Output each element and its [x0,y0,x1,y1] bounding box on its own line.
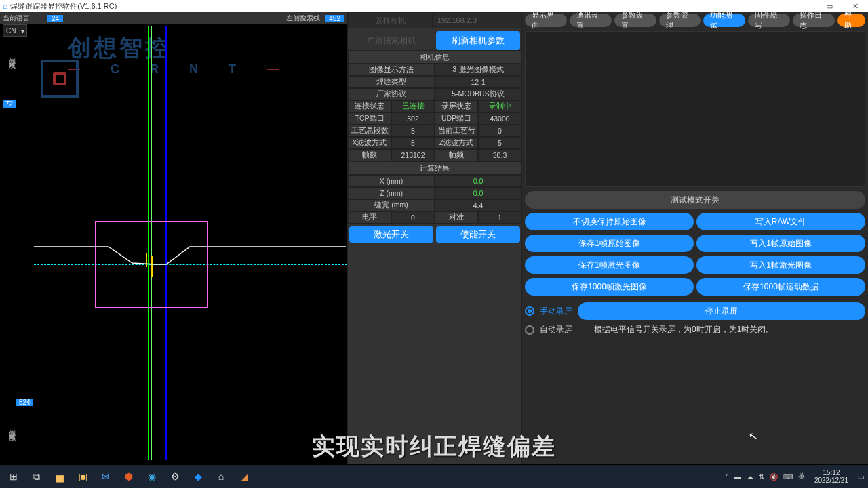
auto-record-note: 根据电平信号开关录屏，为0时开启，为1时关闭。 [594,324,774,336]
profile-curve [34,243,346,270]
info-lbl: 厂家协议 [348,88,435,100]
window-title: 焊缝跟踪器显控软件(V1.6.1 RC) [10,1,117,12]
tab-help[interactable]: 帮助 [837,14,865,27]
tab-bar: 显示界面 通讯设置 参数设置 参数管理 功能测试 固件烧写 操作日志 帮助 [522,12,868,28]
mail-icon[interactable]: ✉ [96,467,115,486]
btn-save1000-motion[interactable]: 保存1000帧运动数据 [696,278,865,296]
tab-log[interactable]: 操作日志 [793,14,835,27]
tray-clock[interactable]: 15:122022/12/21 [814,469,848,484]
tray-keyboard-icon[interactable]: ⌨ [783,473,793,481]
btn-write-raw[interactable]: 写入RAW文件 [696,213,865,230]
edge-icon[interactable]: ◉ [142,467,161,486]
preview-area [525,31,865,187]
app4-icon[interactable]: ◪ [235,467,254,486]
info-lbl: 焊缝类型 [348,76,435,88]
laser-switch-button[interactable]: 激光开关 [349,226,433,243]
tray-chevron-icon[interactable]: ˄ [726,473,729,481]
settings-icon[interactable]: ⚙ [165,467,184,486]
maximize-button[interactable]: ▭ [816,0,842,12]
p-val: 43000 [478,113,521,125]
refresh-params-button[interactable]: 刷新相机参数 [436,31,520,50]
p-val: 0 [478,125,521,137]
p-lbl: 帧数 [348,149,391,161]
p-val: 502 [391,113,435,125]
p-lbl: 工艺总段数 [348,125,391,137]
test-mode-switch-button[interactable]: 测试模式开关 [525,191,865,209]
select-camera-field[interactable]: 选择相机 [348,12,433,28]
btn-save1-raw[interactable]: 保存1帧原始图像 [525,235,694,252]
info-val: 12-1 [435,76,521,88]
info-val: 5-MODBUS协议 [435,88,521,100]
tray-volume-icon[interactable]: 🔇 [770,473,778,481]
p-lbl: 录屏状态 [435,100,478,113]
btn-save1000-laser[interactable]: 保存1000帧激光图像 [525,278,694,296]
tab-comm[interactable]: 通讯设置 [570,14,612,27]
lang-label: 当前语言 [3,14,30,23]
c-lbl: Z (mm) [348,187,435,199]
explorer-icon[interactable]: ▅ [50,467,69,486]
btn-write1-laser[interactable]: 写入1帧激光图像 [696,256,865,274]
auto-record-radio[interactable] [525,325,534,335]
calc-result-header: 计算结果 [348,161,521,175]
stop-record-button[interactable]: 停止录屏 [578,302,865,320]
office-icon[interactable]: ⬢ [119,467,138,486]
auto-record-label: 自动录屏 [540,324,572,336]
p-val: 已连接 [391,100,435,113]
app3-icon[interactable]: ⌂ [212,467,231,486]
c-val: 0.0 [435,175,521,187]
tab-func-test[interactable]: 功能测试 [703,14,745,27]
taskbar: ⊞ ⧉ ▅ ▣ ✉ ⬢ ◉ ⚙ ◆ ⌂ ◪ ˄ ▬ ☁ ⇅ 🔇 ⌨ 英 15:1… [0,465,868,488]
p-val: 5 [391,125,435,137]
task-view-icon[interactable]: ⧉ [27,467,46,486]
info-val: 3-激光图像模式 [435,64,521,76]
p-lbl: 帧频 [435,149,478,161]
btn-save1-laser[interactable]: 保存1帧激光图像 [525,256,694,274]
tag-72: 72 [3,100,16,108]
manual-record-radio[interactable] [525,306,534,316]
left-search-line-label: 左侧搜索线 [286,14,320,23]
manual-record-label: 手动录屏 [540,306,572,317]
badge-24: 24 [47,15,63,22]
tray-wifi-icon[interactable]: ⇅ [759,473,764,481]
tab-display[interactable]: 显示界面 [525,14,567,27]
tray-notifications-icon[interactable]: ▭ [858,473,864,481]
p-val: 5 [478,137,521,149]
p-val: 5 [391,137,435,149]
tray-cloud-icon[interactable]: ☁ [747,473,753,481]
c-val: 4.4 [435,199,521,211]
p-val: 1 [478,211,521,224]
info-lbl: 图像显示方法 [348,64,435,76]
p-val: 录制中 [478,100,521,113]
info-panel: 选择相机 192.168.2.3 广播搜索相机 刷新相机参数 相机信息 图像显示… [347,12,522,464]
btn-write1-raw[interactable]: 写入1帧原始图像 [696,235,865,252]
image-view: 当前语言 24 左侧搜索线 452 CN 侧搜索线 上侧搜索线 72 524 创… [0,12,347,464]
start-button[interactable]: ⊞ [4,467,23,486]
c-lbl: X (mm) [348,175,435,187]
camera-info-header: 相机信息 [348,50,521,64]
p-lbl: X滤波方式 [348,137,391,149]
p-lbl: 连接状态 [348,100,391,113]
side-label-bottom: 上侧搜索线 [7,424,16,430]
logo: 创想智控 C R N T [20,33,292,77]
side-label-top: 侧搜索线 [7,53,16,58]
p-lbl: Z滤波方式 [435,137,478,149]
enable-switch-button[interactable]: 使能开关 [436,226,520,243]
app2-icon[interactable]: ◆ [189,467,208,486]
tray-ime[interactable]: 英 [798,472,805,481]
tab-firmware[interactable]: 固件烧写 [748,14,790,27]
p-lbl: 对准 [435,211,478,224]
broadcast-search-button[interactable]: 广播搜索相机 [349,31,433,50]
p-lbl: UDP端口 [435,113,478,125]
tray-battery-icon[interactable]: ▬ [734,473,741,481]
btn-keep-raw[interactable]: 不切换保持原始图像 [525,213,694,230]
tab-param-set[interactable]: 参数设置 [614,14,656,27]
c-lbl: 缝宽 (mm) [348,199,435,211]
app-icon[interactable]: ▣ [73,467,92,486]
p-lbl: 电平 [348,211,391,224]
home-icon: ⌂ [3,1,7,11]
tab-param-mgr[interactable]: 参数管理 [659,14,701,27]
minimize-button[interactable]: — [791,0,816,12]
p-val: 0 [391,211,435,224]
close-button[interactable]: ✕ [842,0,868,12]
ip-field[interactable]: 192.168.2.3 [433,12,521,28]
